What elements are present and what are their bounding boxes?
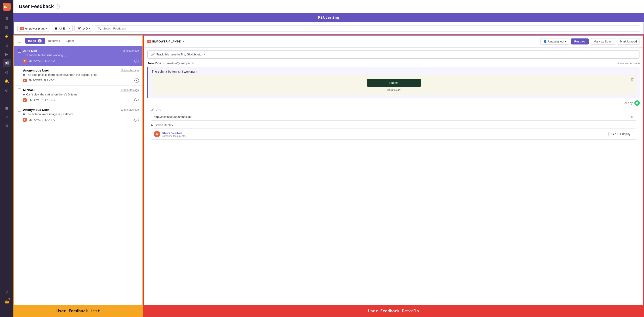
screenshot-delete-icon[interactable]: 🗑 — [630, 77, 634, 81]
sidebar-icon-target[interactable]: ◎ — [3, 86, 11, 94]
email-icon: ✉ — [192, 62, 194, 65]
feedback-list-label: User Feedback List — [14, 306, 142, 316]
copy-url-icon[interactable]: ⧉ — [631, 115, 633, 119]
item-message-text: The botana voice image is pixelated — [23, 112, 139, 116]
item-project: E EMPOWER-PLANT-D ▶ — [23, 58, 139, 63]
linked-replay-title[interactable]: ▶ Linked Replay — [151, 124, 636, 127]
sidebar-icon-clock[interactable]: ◷ — [3, 68, 11, 76]
page-title: User Feedback — [19, 4, 54, 10]
page-header: User Feedback ? — [14, 0, 644, 13]
sidebar-icon-grid[interactable]: ⊞ — [3, 14, 11, 22]
feedback-item-header: ✓ Jane Doe a minute ago — [18, 49, 139, 52]
title-help-icon[interactable]: ? — [56, 4, 60, 8]
replay-play-icon: ▶ — [151, 124, 153, 127]
item-checkbox[interactable] — [18, 69, 21, 72]
inbox-badge: 9 — [38, 39, 42, 42]
item-message-text: The submit button isn't working :( — [23, 54, 139, 57]
project-icon: E — [20, 26, 24, 30]
feedback-item[interactable]: Michael 19 minutes ago Can't view the ca… — [14, 86, 142, 105]
replay-item: 6 66.207.204.34 catherine.teak.a7.aff...… — [151, 128, 636, 140]
project-chevron-icon: ▾ — [182, 40, 184, 43]
track-chevron-icon: › — [204, 53, 205, 56]
sidebar-expand-icon[interactable]: › — [3, 306, 11, 314]
details-project-icon: E — [147, 40, 151, 43]
env-chevron-icon: ▾ — [69, 27, 70, 30]
item-play-button[interactable]: ▶ — [134, 118, 139, 122]
feedback-item[interactable]: Anonymous User 18 minutes ago The sale p… — [14, 66, 142, 86]
item-message-text: Can't view the cart when there's 0 items — [23, 93, 139, 96]
page-title-group: User Feedback ? — [19, 4, 60, 10]
item-checkbox[interactable] — [18, 88, 21, 92]
sidebar-icon-radio[interactable]: 📻 — [3, 297, 11, 306]
item-sender-name: Anonymous User — [23, 108, 119, 112]
sidebar-icon-chart[interactable]: ▤ — [3, 23, 11, 31]
message-sender-row: Jane Doe · janedoe@sentry.io ✉ a few sec… — [147, 61, 640, 65]
feedback-list-panel: Inbox 9 Resolved Spam — [14, 35, 143, 317]
sidebar: E.T. ⊞ ▤ ⚡ ⊿ ▶ 📢 ◷ 🔔 ◎ ⊟ ▣ ↗ ⚙ ? 📻 › — [0, 0, 14, 317]
mark-spam-button[interactable]: Mark as Spam — [591, 38, 616, 45]
sidebar-icon-play[interactable]: ▶ — [3, 50, 11, 58]
item-checkbox[interactable] — [18, 108, 21, 112]
filter-bar: E empower-plant ▾ ☰ All E... ▾ 📅 14D ▾ 🔍 — [14, 22, 644, 35]
sidebar-icon-archive[interactable]: ▣ — [3, 104, 11, 112]
project-filter-button[interactable]: E empower-plant ▾ — [18, 25, 50, 32]
unassigned-button[interactable]: 👤 Unassigned ▾ — [540, 38, 569, 45]
feedback-message-area: Jane Doe · janedoe@sentry.io ✉ a few sec… — [144, 61, 643, 306]
search-input[interactable] — [103, 27, 637, 30]
resolve-button[interactable]: Resolve — [571, 38, 589, 44]
feedback-item-header: Michael 19 minutes ago — [18, 88, 139, 92]
select-all-checkbox[interactable] — [18, 39, 21, 43]
user-icon: 👤 — [544, 40, 547, 43]
url-section: 🔗 URL http://localhost:3000/checkout ⧉ — [147, 108, 640, 124]
item-play-button[interactable]: ▶ — [134, 58, 139, 63]
details-header: E EMPOWER-PLANT-D ▾ 👤 Unassigned ▾ Resol… — [144, 36, 643, 48]
tab-spam[interactable]: Spam — [63, 38, 77, 44]
time-label: 14D — [82, 27, 88, 30]
screenshot-preview: 🗑 Submit Back to cart — [152, 75, 636, 95]
item-project: E EMPOWER-PLANT-C ▶ — [23, 78, 139, 83]
content-area: Inbox 9 Resolved Spam — [14, 35, 644, 317]
tab-inbox[interactable]: Inbox 9 — [25, 38, 45, 44]
item-play-button[interactable]: ▶ — [134, 98, 139, 102]
message-bubble: The submit button isn't working :( 🗑 Sub… — [147, 67, 640, 98]
item-project-icon: E — [23, 118, 26, 122]
avatar: C — [634, 100, 640, 106]
feedback-details-label: User Feedback Details — [144, 306, 643, 316]
mark-unread-button[interactable]: Mark Unread — [617, 38, 640, 45]
feedback-item[interactable]: ✓ Jane Doe a minute ago The submit butto… — [14, 46, 142, 66]
tab-resolved[interactable]: Resolved — [45, 38, 63, 44]
tabs-group: Inbox 9 Resolved Spam — [25, 38, 77, 44]
app-logo[interactable]: E.T. — [3, 3, 11, 11]
sidebar-icon-filter[interactable]: ⊿ — [3, 41, 11, 49]
replay-ip[interactable]: 66.207.204.34 — [162, 131, 187, 134]
sidebar-icon-lightning[interactable]: ⚡ — [3, 32, 11, 40]
sidebar-icon-help[interactable]: ? — [3, 288, 11, 296]
back-to-cart-link[interactable]: Back to cart — [387, 88, 400, 91]
item-checkbox[interactable]: ✓ — [18, 49, 21, 52]
sidebar-icon-alert[interactable]: 🔔 — [3, 77, 11, 85]
url-bar: http://localhost:3000/checkout ⧉ — [151, 113, 636, 121]
main-content: User Feedback ? Filtering E empower-plan… — [14, 0, 644, 317]
track-issue-bar[interactable]: 🔗 Track this issue in Jira, GitHub, etc.… — [147, 50, 640, 58]
search-icon: 🔍 — [98, 27, 101, 30]
item-play-button[interactable]: ▶ — [134, 78, 139, 83]
item-sender-name: Jane Doe — [23, 49, 122, 52]
time-filter-button[interactable]: 📅 14D ▾ — [74, 25, 93, 32]
feedback-item[interactable]: Anonymous User 19 minutes ago The botana… — [14, 105, 142, 125]
filtering-label: Filtering — [318, 16, 340, 20]
sidebar-icon-graph[interactable]: ↗ — [3, 113, 11, 121]
item-project: E EMPOWER-PLANT-A ▶ — [23, 118, 139, 122]
item-project-icon: E — [23, 79, 26, 82]
env-filter-button[interactable]: ☰ All E... ▾ — [52, 25, 73, 32]
see-full-replay-button[interactable]: See Full Replay — [608, 131, 633, 137]
message-time: a few seconds ago — [618, 62, 640, 65]
item-project-icon: E — [23, 59, 26, 62]
project-chevron-icon: ▾ — [46, 27, 47, 30]
sidebar-icon-megaphone[interactable]: 📢 — [3, 59, 11, 67]
item-project-icon: E — [23, 98, 26, 102]
sender-name: Jane Doe — [147, 62, 161, 65]
project-label: empower-plant — [25, 27, 44, 30]
sidebar-icon-settings[interactable]: ⚙ — [3, 122, 11, 130]
search-bar: 🔍 — [95, 25, 640, 32]
sidebar-icon-blocks[interactable]: ⊟ — [3, 95, 11, 103]
